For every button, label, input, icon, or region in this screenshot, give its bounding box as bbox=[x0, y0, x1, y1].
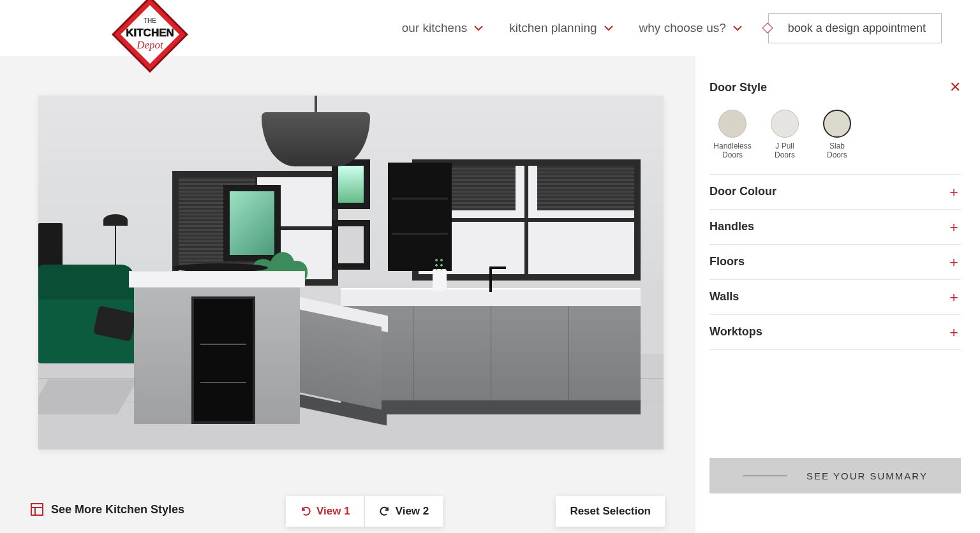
plus-icon: ＋ bbox=[947, 290, 961, 304]
nav-why-choose-us[interactable]: why choose us? bbox=[639, 21, 743, 35]
svg-text:Depot: Depot bbox=[136, 39, 164, 51]
see-summary-button[interactable]: SEE YOUR SUMMARY bbox=[709, 458, 961, 493]
plus-icon: ＋ bbox=[947, 255, 961, 269]
section-door-colour[interactable]: Door Colour ＋ bbox=[709, 175, 961, 210]
section-title: Worktops bbox=[709, 325, 762, 339]
section-title: Door Colour bbox=[709, 185, 776, 198]
door-style-jpull[interactable]: J PullDoors bbox=[766, 110, 804, 160]
section-worktops[interactable]: Worktops ＋ bbox=[709, 315, 961, 350]
swatch-label: SlabDoors bbox=[827, 142, 847, 160]
section-handles[interactable]: Handles ＋ bbox=[709, 210, 961, 245]
kitchen-scene bbox=[38, 96, 664, 449]
brand-logo[interactable]: THE KITCHEN Depot bbox=[105, 0, 195, 73]
redo-icon bbox=[379, 506, 390, 517]
diamond-icon bbox=[762, 23, 773, 34]
visualiser-pane: See More Kitchen Styles View 1 View 2 Re… bbox=[0, 56, 695, 533]
svg-text:THE: THE bbox=[144, 17, 156, 24]
section-title: Handles bbox=[709, 220, 754, 233]
summary-label: SEE YOUR SUMMARY bbox=[806, 471, 928, 481]
close-icon: ✕ bbox=[949, 80, 961, 94]
view-2-label: View 2 bbox=[396, 505, 429, 518]
book-appointment-button[interactable]: book a design appointment bbox=[768, 13, 942, 43]
cta-label: book a design appointment bbox=[788, 22, 926, 34]
primary-nav: our kitchens kitchen planning why choose… bbox=[402, 13, 942, 43]
section-title: Door Style bbox=[709, 81, 767, 94]
view-1-label: View 1 bbox=[316, 505, 350, 518]
section-door-style[interactable]: Door Style ✕ bbox=[709, 70, 961, 105]
reset-selection-button[interactable]: Reset Selection bbox=[556, 496, 665, 527]
section-title: Floors bbox=[709, 255, 745, 268]
swatch-dot bbox=[718, 110, 746, 138]
nav-our-kitchens[interactable]: our kitchens bbox=[402, 21, 484, 35]
section-walls[interactable]: Walls ＋ bbox=[709, 280, 961, 315]
plus-icon: ＋ bbox=[947, 325, 961, 339]
visualiser-toolbar: See More Kitchen Styles View 1 View 2 Re… bbox=[0, 486, 695, 533]
section-title: Walls bbox=[709, 290, 739, 303]
decorative-line bbox=[743, 476, 787, 476]
swatch-dot bbox=[771, 110, 799, 138]
undo-icon bbox=[300, 506, 311, 517]
view-switch: View 1 View 2 bbox=[286, 496, 443, 527]
view-2-button[interactable]: View 2 bbox=[364, 496, 443, 527]
nav-label: why choose us? bbox=[639, 21, 726, 35]
svg-text:KITCHEN: KITCHEN bbox=[126, 27, 174, 39]
chevron-down-icon bbox=[604, 23, 614, 33]
nav-label: our kitchens bbox=[402, 21, 467, 35]
main-stage: See More Kitchen Styles View 1 View 2 Re… bbox=[0, 56, 980, 533]
svg-rect-5 bbox=[31, 504, 43, 515]
more-styles-label: See More Kitchen Styles bbox=[51, 503, 184, 516]
plus-icon: ＋ bbox=[947, 185, 961, 199]
chevron-down-icon bbox=[473, 23, 484, 33]
nav-kitchen-planning[interactable]: kitchen planning bbox=[509, 21, 613, 35]
section-floors[interactable]: Floors ＋ bbox=[709, 245, 961, 280]
door-style-slab[interactable]: SlabDoors bbox=[818, 110, 856, 160]
kitchen-render[interactable] bbox=[38, 96, 664, 449]
more-kitchen-styles-button[interactable]: See More Kitchen Styles bbox=[31, 503, 184, 516]
options-panel: Door Style ✕ HandlelessDoors J PullDoors… bbox=[695, 56, 980, 533]
layout-icon bbox=[31, 503, 43, 516]
swatch-label: HandlelessDoors bbox=[713, 142, 751, 160]
door-style-options: HandlelessDoors J PullDoors SlabDoors bbox=[709, 105, 961, 175]
chevron-down-icon bbox=[732, 23, 743, 33]
plus-icon: ＋ bbox=[947, 220, 961, 234]
view-1-button[interactable]: View 1 bbox=[286, 496, 364, 527]
reset-label: Reset Selection bbox=[570, 505, 651, 517]
nav-label: kitchen planning bbox=[509, 21, 597, 35]
swatch-label: J PullDoors bbox=[775, 142, 795, 160]
swatch-dot bbox=[823, 110, 851, 138]
door-style-handleless[interactable]: HandlelessDoors bbox=[713, 110, 752, 160]
site-header: THE KITCHEN Depot our kitchens kitchen p… bbox=[0, 0, 980, 56]
